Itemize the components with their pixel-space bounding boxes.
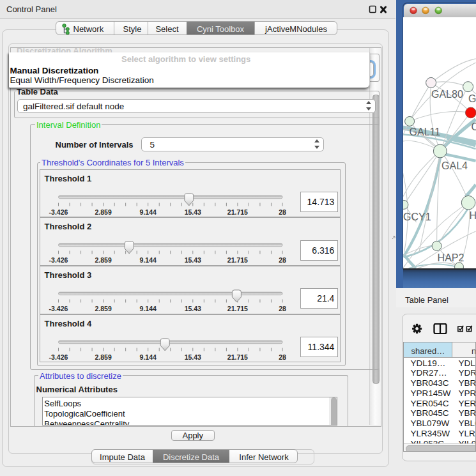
svg-text:GAL11: GAL11 — [410, 127, 441, 137]
svg-text:HIS: HIS — [470, 210, 476, 221]
svg-text:CR: CR — [472, 121, 476, 132]
svg-text:GAL80: GAL80 — [431, 89, 463, 100]
svg-text:HAP2: HAP2 — [438, 252, 464, 263]
svg-text:GAL4: GAL4 — [441, 160, 468, 171]
svg-text:GAL: GAL — [468, 93, 475, 104]
svg-text:GCY1: GCY1 — [403, 211, 431, 222]
